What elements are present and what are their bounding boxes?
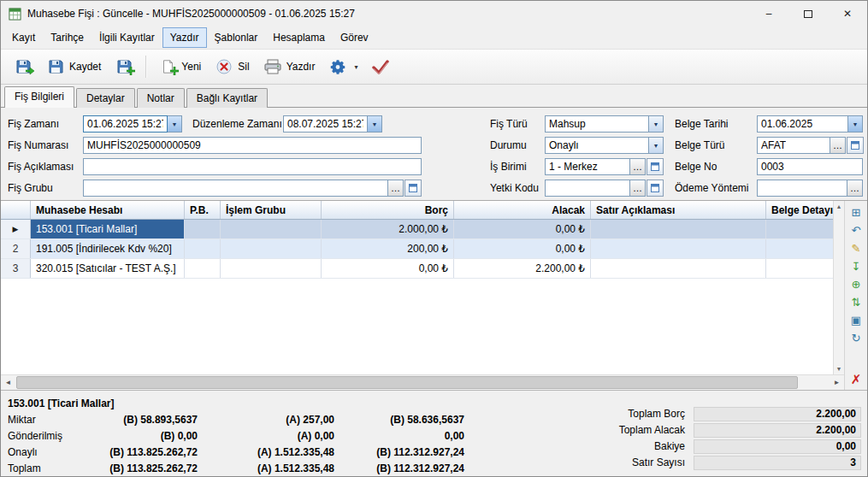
fis-grubu-lookup-button[interactable]: …	[388, 180, 404, 197]
cell-pb[interactable]	[185, 239, 221, 258]
grid-settings-icon[interactable]: ⊞	[847, 203, 865, 221]
vertical-scroll-track[interactable]	[834, 212, 844, 363]
fis-zamani-dropdown-button[interactable]: ▼	[168, 115, 182, 132]
menu-sablonlar[interactable]: Şablonlar	[207, 27, 266, 48]
row-selector[interactable]: 2	[1, 239, 31, 258]
settings-dropdown-arrow-icon[interactable]: ▾	[354, 63, 357, 71]
approve-button[interactable]	[365, 54, 396, 80]
fis-aciklamasi-input[interactable]	[83, 158, 422, 175]
grid-header-selector[interactable]	[1, 201, 31, 219]
belge-no-input[interactable]: 0003	[757, 158, 863, 175]
edit-row-icon[interactable]: ✎	[847, 239, 865, 257]
is-birimi-detail-button[interactable]	[647, 158, 664, 175]
cell-borc[interactable]: 2.000,00 ₺	[322, 220, 454, 238]
yetki-kodu-input[interactable]	[545, 180, 630, 197]
fis-grubu-input[interactable]	[83, 180, 388, 197]
move-rows-icon[interactable]: ⇅	[847, 293, 865, 311]
grid-header-pb[interactable]: P.B.	[185, 201, 221, 219]
fis-turu-dropdown-button[interactable]: ▼	[649, 115, 664, 132]
delete-rows-icon[interactable]: ✗	[847, 370, 865, 388]
cell-alacak[interactable]: 2.200,00 ₺	[454, 259, 591, 278]
cell-alacak[interactable]: 0,00 ₺	[454, 239, 591, 258]
grid-horizontal-scrollbar[interactable]: ◄ ►	[1, 374, 844, 390]
menu-yazdir[interactable]: Yazdır	[162, 27, 207, 48]
tab-fis-bilgileri[interactable]: Fiş Bilgileri	[4, 86, 74, 108]
menu-tarihce[interactable]: Tarihçe	[43, 27, 92, 48]
fis-numarasi-input[interactable]: MUHFİS2025000000509	[83, 137, 422, 154]
save-button[interactable]: Kaydet	[40, 54, 107, 80]
cell-belge-detayi[interactable]	[766, 239, 833, 258]
add-row-icon[interactable]: ⊕	[847, 275, 865, 293]
row-selector[interactable]: 3	[1, 259, 31, 278]
settings-gear-button[interactable]: ▾	[322, 54, 363, 80]
undo-icon[interactable]: ↶	[847, 221, 865, 239]
print-button[interactable]: Yazdır	[257, 54, 322, 80]
cell-pb[interactable]	[185, 220, 221, 238]
row-selector[interactable]: ▶	[1, 220, 31, 238]
menu-gorev[interactable]: Görev	[333, 27, 376, 48]
yetki-kodu-detail-button[interactable]	[647, 180, 664, 197]
grid-row[interactable]: 2 191.005 [İndirilecek Kdv %20] 200,00 ₺…	[1, 239, 833, 259]
save-close-button[interactable]	[8, 54, 38, 80]
menu-hesaplama[interactable]: Hesaplama	[265, 27, 333, 48]
belge-turu-input[interactable]: AFAT	[757, 137, 830, 154]
scroll-down-icon[interactable]: ▼	[834, 363, 844, 374]
belge-turu-detail-button[interactable]	[847, 137, 864, 154]
new-button[interactable]: Yeni	[152, 54, 207, 80]
tab-bagli-kayitlar[interactable]: Bağlı Kayıtlar	[186, 88, 268, 108]
tab-notlar[interactable]: Notlar	[137, 88, 185, 108]
horizontal-scroll-thumb[interactable]	[16, 376, 798, 389]
minimize-button[interactable]: –	[749, 1, 788, 26]
belge-tarihi-input[interactable]: 01.06.2025	[757, 115, 848, 132]
copy-rows-icon[interactable]: ▣	[847, 311, 865, 329]
menu-ilgili-kayitlar[interactable]: İlgili Kayıtlar	[92, 27, 162, 48]
yetki-kodu-lookup-button[interactable]: …	[630, 180, 646, 197]
cell-satir-aciklamasi[interactable]	[591, 259, 766, 278]
cell-islem-grubu[interactable]	[221, 259, 322, 278]
tab-detaylar[interactable]: Detaylar	[76, 88, 135, 108]
scroll-right-icon[interactable]: ►	[830, 375, 844, 390]
cell-islem-grubu[interactable]	[221, 220, 322, 238]
cell-islem-grubu[interactable]	[221, 239, 322, 258]
cell-borc[interactable]: 0,00 ₺	[322, 259, 454, 278]
save-new-button[interactable]	[109, 54, 139, 80]
fis-grubu-detail-button[interactable]	[404, 180, 422, 197]
cell-belge-detayi[interactable]	[766, 259, 833, 278]
grid-row[interactable]: ▶ 153.001 [Ticari Mallar] 2.000,00 ₺ 0,0…	[1, 220, 833, 239]
cell-belge-detayi[interactable]	[766, 220, 833, 238]
grid-vertical-scrollbar[interactable]: ▲ ▼	[833, 201, 844, 374]
menu-kayit[interactable]: Kayıt	[4, 27, 43, 48]
belge-turu-lookup-button[interactable]: …	[830, 137, 846, 154]
cell-alacak[interactable]: 0,00 ₺	[454, 220, 591, 238]
horizontal-scroll-track[interactable]	[15, 375, 830, 390]
odeme-yontemi-lookup-button[interactable]: …	[847, 180, 863, 197]
refresh-grid-icon[interactable]: ↻	[847, 329, 865, 347]
durumu-select[interactable]: Onaylı	[545, 137, 649, 154]
is-birimi-input[interactable]: 1 - Merkez	[545, 158, 630, 175]
cell-hesap[interactable]: 191.005 [İndirilecek Kdv %20]	[31, 239, 185, 258]
duzenleme-zamani-dropdown-button[interactable]: ▼	[368, 115, 382, 132]
cell-hesap[interactable]: 320.015 [Satıcılar - TEST A.Ş.]	[31, 259, 185, 278]
cell-borc[interactable]: 200,00 ₺	[322, 239, 454, 258]
scroll-up-icon[interactable]: ▲	[834, 201, 844, 212]
grid-header-belge-detayi[interactable]: Belge Detayı	[766, 201, 833, 219]
grid-header-hesap[interactable]: Muhasebe Hesabı	[31, 201, 185, 219]
fis-turu-select[interactable]: Mahsup	[545, 115, 649, 132]
cell-satir-aciklamasi[interactable]	[591, 220, 766, 238]
cell-satir-aciklamasi[interactable]	[591, 239, 766, 258]
grid-header-borc[interactable]: Borç	[322, 201, 454, 219]
grid-header-satir-aciklamasi[interactable]: Satır Açıklaması	[591, 201, 766, 219]
close-button[interactable]: ✕	[828, 1, 867, 26]
scroll-left-icon[interactable]: ◄	[1, 375, 15, 390]
grid-header-islem-grubu[interactable]: İşlem Grubu	[221, 201, 322, 219]
insert-row-icon[interactable]: ↧	[847, 257, 865, 275]
cell-pb[interactable]	[185, 259, 221, 278]
odeme-yontemi-input[interactable]	[757, 180, 847, 197]
durumu-dropdown-button[interactable]: ▼	[649, 137, 664, 154]
grid-header-alacak[interactable]: Alacak	[454, 201, 591, 219]
fis-zamani-input[interactable]: 01.06.2025 15:27	[83, 115, 168, 132]
cell-hesap[interactable]: 153.001 [Ticari Mallar]	[31, 220, 185, 238]
maximize-button[interactable]	[788, 1, 828, 26]
duzenleme-zamani-input[interactable]: 08.07.2025 15:27	[283, 115, 368, 132]
delete-button[interactable]: Sil	[209, 54, 255, 80]
